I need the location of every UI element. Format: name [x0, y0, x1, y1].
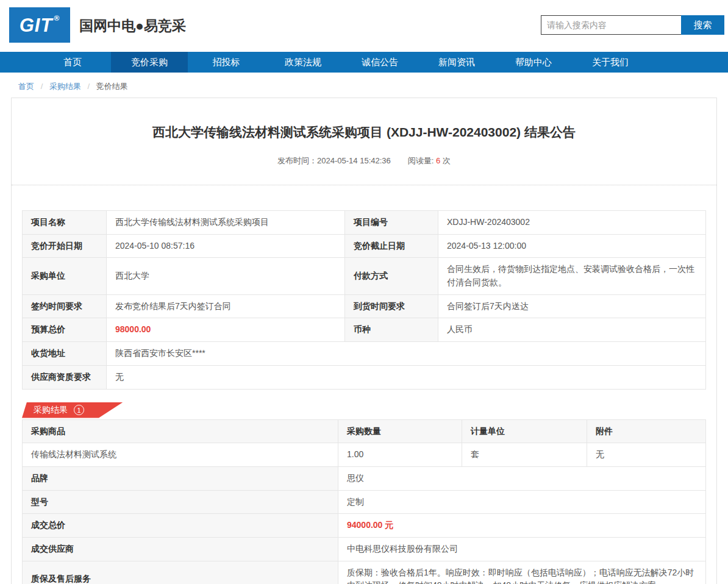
search-button[interactable]: 搜索 — [681, 15, 724, 35]
nav-item-about-us[interactable]: 关于我们 — [572, 52, 649, 73]
breadcrumb-separator: / — [88, 82, 90, 91]
publish-time-label: 发布时间： — [277, 156, 317, 165]
views-label: 阅读量: — [408, 156, 434, 165]
info-value: 人民币 — [438, 318, 706, 342]
info-value: 西北大学 — [107, 258, 345, 294]
info-value: 无 — [107, 365, 706, 389]
info-value: 陕西省西安市长安区**** — [107, 342, 706, 366]
table-row: 签约时间要求 发布竞价结果后7天内签订合同 到货时间要求 合同签订后7天内送达 — [23, 294, 706, 318]
info-label: 供应商资质要求 — [23, 365, 107, 389]
info-value: 合同签订后7天内送达 — [438, 294, 706, 318]
breadcrumb: 首页 / 采购结果 / 竞价结果 — [0, 73, 728, 98]
git-logo[interactable]: GIT® — [9, 7, 70, 43]
views-count: 6 — [436, 156, 440, 165]
views-unit: 次 — [443, 156, 451, 165]
table-row: 成交供应商 中电科思仪科技股份有限公司 — [23, 537, 706, 561]
ribbon-index-badge: 1 — [74, 405, 84, 415]
product-attachment: 无 — [587, 443, 706, 467]
winning-supplier: 中电科思仪科技股份有限公司 — [338, 537, 706, 561]
search-input[interactable] — [541, 15, 681, 35]
article-meta: 发布时间：2024-05-14 15:42:36阅读量: 6 次 — [12, 155, 716, 185]
info-label: 收货地址 — [23, 342, 107, 366]
page-title: 西北大学传输线法材料测试系统采购项目 (XDJJ-HW-202403002) 结… — [12, 124, 716, 141]
breadcrumb-home[interactable]: 首页 — [18, 82, 34, 91]
column-header: 采购数量 — [338, 419, 462, 443]
info-value: XDJJ-HW-202403002 — [438, 211, 706, 235]
info-label: 到货时间要求 — [345, 294, 438, 318]
info-label: 采购单位 — [23, 258, 107, 294]
table-row: 项目名称 西北大学传输线法材料测试系统采购项目 项目编号 XDJJ-HW-202… — [23, 211, 706, 235]
table-row: 型号 定制 — [23, 490, 706, 514]
info-value: 合同生效后，待货物到达指定地点、安装调试验收合格后，一次性付清合同货款。 — [438, 258, 706, 294]
detail-label: 成交总价 — [23, 514, 338, 538]
info-label: 币种 — [345, 318, 438, 342]
publish-time-value: 2024-05-14 15:42:36 — [317, 156, 391, 165]
detail-value: 思仪 — [338, 466, 706, 490]
info-value: 2024-05-13 12:00:00 — [438, 234, 706, 258]
info-label: 竞价开始日期 — [23, 234, 107, 258]
info-label: 竞价截止日期 — [345, 234, 438, 258]
nav-item-home[interactable]: 首页 — [34, 52, 111, 73]
table-row: 传输线法材料测试系统 1.00 套 无 — [23, 443, 706, 467]
breadcrumb-separator: / — [41, 82, 43, 91]
table-header-row: 采购商品 采购数量 计量单位 附件 — [23, 419, 706, 443]
announcement-card: 西北大学传输线法材料测试系统采购项目 (XDJJ-HW-202403002) 结… — [11, 98, 717, 584]
detail-label: 品牌 — [23, 466, 338, 490]
search-box: 搜索 — [541, 15, 724, 35]
info-label: 项目编号 — [345, 211, 438, 235]
project-info-table: 项目名称 西北大学传输线法材料测试系统采购项目 项目编号 XDJJ-HW-202… — [22, 210, 706, 390]
table-row: 供应商资质要求 无 — [23, 365, 706, 389]
article-head: 西北大学传输线法材料测试系统采购项目 (XDJJ-HW-202403002) 结… — [12, 98, 716, 185]
card-body: 项目名称 西北大学传输线法材料测试系统采购项目 项目编号 XDJJ-HW-202… — [12, 185, 716, 584]
git-logo-text: GIT® — [20, 14, 60, 37]
column-header: 附件 — [587, 419, 706, 443]
table-row: 品牌 思仪 — [23, 466, 706, 490]
procurement-result-ribbon: 采购结果 1 — [22, 402, 123, 418]
product-unit: 套 — [462, 443, 587, 467]
budget-total-value: 98000.00 — [107, 318, 345, 342]
main-nav: 首页 竞价采购 招投标 政策法规 诚信公告 新闻资讯 帮助中心 关于我们 — [0, 52, 728, 73]
table-row: 竞价开始日期 2024-05-10 08:57:16 竞价截止日期 2024-0… — [23, 234, 706, 258]
detail-value: 定制 — [338, 490, 706, 514]
info-value: 西北大学传输线法材料测试系统采购项目 — [107, 211, 345, 235]
procurement-result-table: 采购商品 采购数量 计量单位 附件 传输线法材料测试系统 1.00 套 无 品牌… — [22, 419, 706, 584]
detail-label: 成交供应商 — [23, 537, 338, 561]
nav-item-help-center[interactable]: 帮助中心 — [495, 52, 572, 73]
warranty-service: 质保期：验收合格后1年。响应时效：即时响应（包括电话响应）；电话响应无法解决72… — [338, 561, 706, 584]
registered-trademark-icon: ® — [54, 14, 60, 23]
nav-item-news[interactable]: 新闻资讯 — [418, 52, 495, 73]
info-label: 项目名称 — [23, 211, 107, 235]
ribbon-label: 采购结果 — [34, 405, 68, 416]
nav-item-tendering[interactable]: 招投标 — [188, 52, 265, 73]
column-header: 计量单位 — [462, 419, 587, 443]
info-value: 2024-05-10 08:57:16 — [107, 234, 345, 258]
info-label: 付款方式 — [345, 258, 438, 294]
table-row: 采购单位 西北大学 付款方式 合同生效后，待货物到达指定地点、安装调试验收合格后… — [23, 258, 706, 294]
page-header: GIT® 国网中电●易竞采 搜索 — [0, 0, 728, 52]
info-label: 预算总价 — [23, 318, 107, 342]
info-value: 发布竞价结果后7天内签订合同 — [107, 294, 345, 318]
detail-label: 型号 — [23, 490, 338, 514]
table-row: 质保及售后服务 质保期：验收合格后1年。响应时效：即时响应（包括电话响应）；电话… — [23, 561, 706, 584]
breadcrumb-procurement-results[interactable]: 采购结果 — [49, 82, 81, 91]
deal-total-price: 94000.00 元 — [338, 514, 706, 538]
detail-label: 质保及售后服务 — [23, 561, 338, 584]
product-quantity: 1.00 — [338, 443, 462, 467]
table-row: 收货地址 陕西省西安市长安区**** — [23, 342, 706, 366]
column-header: 采购商品 — [23, 419, 338, 443]
info-label: 签约时间要求 — [23, 294, 107, 318]
product-name: 传输线法材料测试系统 — [23, 443, 338, 467]
breadcrumb-current: 竞价结果 — [96, 82, 128, 91]
nav-item-policies[interactable]: 政策法规 — [265, 52, 341, 73]
nav-item-integrity-notices[interactable]: 诚信公告 — [341, 52, 418, 73]
table-row: 预算总价 98000.00 币种 人民币 — [23, 318, 706, 342]
site-title: 国网中电●易竞采 — [79, 16, 186, 35]
nav-item-bidding-procurement[interactable]: 竞价采购 — [111, 52, 188, 73]
table-row: 成交总价 94000.00 元 — [23, 514, 706, 538]
